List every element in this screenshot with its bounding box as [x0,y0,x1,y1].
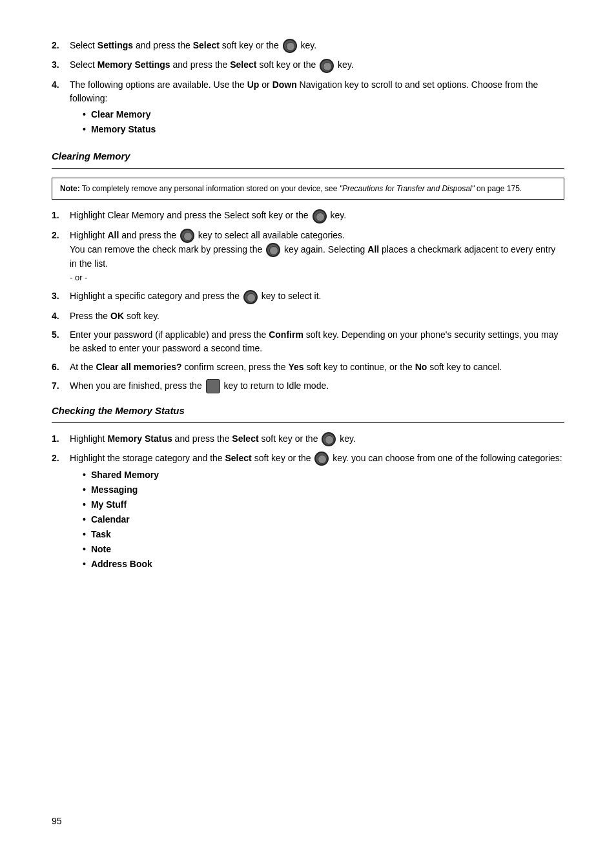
sub-text: You can remove the check mark by pressin… [70,244,555,269]
category-shared-memory: Shared Memory [83,468,564,482]
category-task: Task [83,528,564,541]
step-content-3: Select Memory Settings and press the Sel… [70,58,564,72]
step-4: 4. The following options are available. … [52,78,564,139]
clear-step-num-2: 2. [52,229,70,285]
clear-step-num-3: 3. [52,289,70,304]
ok-key-icon-7 [322,432,336,446]
page-content: 2. Select Settings and press the Select … [52,39,564,574]
clear-step-content-3: Highlight a specific category and press … [70,289,564,304]
check-step-1: 1. Highlight Memory Status and press the… [52,432,564,446]
clear-step-content-2: Highlight All and press the key to selec… [70,229,564,285]
step-3: 3. Select Memory Settings and press the … [52,58,564,72]
clear-step-num-5: 5. [52,328,70,355]
clear-step-content-1: Highlight Clear Memory and press the Sel… [70,209,564,223]
step-num-3: 3. [52,58,70,72]
option-memory-status: Memory Status [83,123,564,136]
step-2: 2. Select Settings and press the Select … [52,39,564,53]
note-box: Note: To completely remove any personal … [52,178,564,200]
step-content-2: Select Settings and press the Select sof… [70,39,564,53]
or-separator: - or - [70,273,87,282]
clear-step-4: 4. Press the OK soft key. [52,309,564,323]
section-divider [52,168,564,169]
clear-step-2: 2. Highlight All and press the key to se… [52,229,564,285]
clear-step-6: 6. At the Clear all memories? confirm sc… [52,360,564,374]
category-address-book: Address Book [83,557,564,571]
clear-step-num-1: 1. [52,209,70,223]
end-key-icon [206,379,220,393]
section-divider-2 [52,422,564,423]
clear-step-1: 1. Highlight Clear Memory and press the … [52,209,564,223]
step-num-4: 4. [52,78,70,139]
note-label: Note: [60,184,80,193]
step-content-4: The following options are available. Use… [70,78,564,139]
check-step-2: 2. Highlight the storage category and th… [52,452,564,574]
ok-key-icon-8 [314,452,329,466]
clearing-memory-heading: Clearing Memory [52,151,564,161]
clear-step-num-7: 7. [52,379,70,393]
note-text: To completely remove any personal inform… [82,184,522,193]
category-note: Note [83,543,564,556]
categories-bullet-list: Shared Memory Messaging My Stuff Calenda… [83,468,564,571]
category-messaging: Messaging [83,483,564,497]
check-step-num-2: 2. [52,452,70,574]
step-num-2: 2. [52,39,70,53]
checking-memory-heading: Checking the Memory Status [52,405,564,416]
check-step-num-1: 1. [52,432,70,446]
ok-key-icon-6 [243,290,258,304]
ok-key-icon-4 [180,229,194,243]
ok-key-icon-2 [320,59,334,73]
clear-step-3: 3. Highlight a specific category and pre… [52,289,564,304]
check-step-content-2: Highlight the storage category and the S… [70,452,564,574]
clear-step-num-4: 4. [52,309,70,323]
clear-step-num-6: 6. [52,360,70,374]
ok-key-icon-5 [266,243,280,257]
clear-step-content-5: Enter your password (if applicable) and … [70,328,564,355]
category-calendar: Calendar [83,513,564,526]
ok-key-icon-1 [283,39,297,53]
clearing-steps: 1. Highlight Clear Memory and press the … [52,209,564,393]
clear-step-content-4: Press the OK soft key. [70,309,564,323]
intro-steps: 2. Select Settings and press the Select … [52,39,564,139]
clear-step-7: 7. When you are finished, press the key … [52,379,564,393]
clear-step-content-7: When you are finished, press the key to … [70,379,564,393]
check-step-content-1: Highlight Memory Status and press the Se… [70,432,564,446]
clear-step-5: 5. Enter your password (if applicable) a… [52,328,564,355]
category-my-stuff: My Stuff [83,498,564,512]
checking-steps: 1. Highlight Memory Status and press the… [52,432,564,574]
options-bullet-list: Clear Memory Memory Status [83,108,564,136]
option-clear-memory: Clear Memory [83,108,564,121]
ok-key-icon-3 [313,209,327,223]
clear-step-content-6: At the Clear all memories? confirm scree… [70,360,564,374]
page-number: 95 [52,816,62,826]
